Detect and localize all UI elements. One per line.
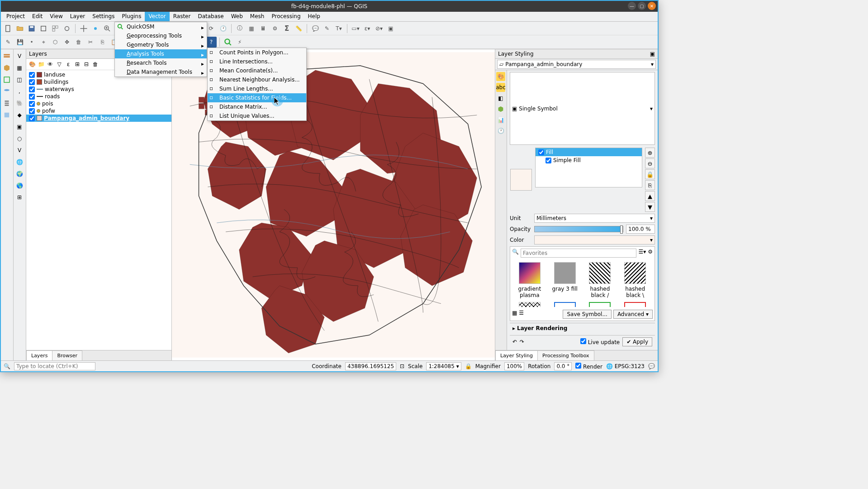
layer-visibility-checkbox[interactable]: [29, 79, 35, 85]
favorite-outline-green[interactable]: outline green: [584, 302, 616, 307]
attribute-table-icon[interactable]: ▦: [246, 23, 257, 34]
toolbox-icon[interactable]: ⚙: [270, 23, 280, 34]
text-annotation-icon[interactable]: T▾: [333, 23, 344, 34]
filter-legend-icon[interactable]: ▽: [55, 60, 63, 68]
crs-button[interactable]: 🌐 EPSG:3123: [606, 363, 645, 369]
layer-item-buildings[interactable]: buildings: [26, 78, 171, 86]
add-symbol-layer-button[interactable]: ⊕: [645, 148, 655, 158]
render-checkbox[interactable]: Render: [575, 363, 602, 370]
tab-layer-styling[interactable]: Layer Styling: [495, 350, 538, 360]
layout-manager-icon[interactable]: [50, 23, 61, 34]
locator-input[interactable]: [14, 362, 95, 370]
vector-menu-geoprocessing-tools[interactable]: Geoprocessing Tools▸: [115, 31, 207, 40]
new-geopackage-icon[interactable]: [2, 63, 12, 73]
live-update-checkbox[interactable]: Live update: [580, 338, 620, 345]
remove-layer-icon[interactable]: 🗑: [91, 60, 100, 68]
select-features-icon[interactable]: ▭▾: [350, 23, 361, 34]
fill-root-checkbox[interactable]: [538, 149, 544, 155]
open-project-icon[interactable]: [14, 23, 25, 34]
pan-to-selection-icon[interactable]: [90, 23, 101, 34]
vector-menu-research-tools[interactable]: Research Tools▸: [115, 58, 207, 67]
vertex-tool-icon[interactable]: ⬡: [50, 37, 61, 48]
manage-themes-icon[interactable]: 👁: [46, 60, 54, 68]
vector-menu-analysis-tools[interactable]: Analysis Tools▸: [115, 49, 207, 58]
menu-database[interactable]: Database: [194, 12, 227, 21]
opacity-slider[interactable]: [534, 226, 623, 232]
menu-project[interactable]: Project: [3, 12, 28, 21]
lock-scale-icon[interactable]: 🔒: [465, 363, 472, 369]
symbology-tab-icon[interactable]: 🎨: [496, 72, 505, 81]
save-symbol-button[interactable]: Save Symbol...: [563, 310, 611, 319]
extents-icon[interactable]: ⊡: [400, 363, 404, 369]
messages-icon[interactable]: 💬: [648, 363, 655, 369]
quickosm-query-icon[interactable]: ⚡: [234, 37, 245, 48]
labels-tab-icon[interactable]: abc: [496, 83, 505, 92]
new-memory-layer-icon[interactable]: [2, 110, 12, 120]
remove-symbol-layer-button[interactable]: ⊖: [645, 158, 655, 168]
diagrams-tab-icon[interactable]: 📊: [496, 115, 505, 125]
renderer-dropdown[interactable]: ▣ Single Symbol ▾: [510, 72, 655, 145]
layer-item-pois[interactable]: pois: [26, 100, 171, 107]
digitize-icon[interactable]: ⌖: [38, 37, 49, 48]
move-down-button[interactable]: ▼: [645, 202, 655, 212]
menu-web[interactable]: Web: [228, 12, 247, 21]
deselect-icon[interactable]: ⊘▾: [374, 23, 384, 34]
window-minimize-button[interactable]: —: [628, 2, 636, 10]
menu-view[interactable]: View: [46, 12, 66, 21]
add-virtual-layer-icon[interactable]: V: [14, 145, 24, 155]
lock-symbol-button[interactable]: 🔒: [645, 169, 655, 179]
new-virtual-layer-icon[interactable]: [2, 98, 12, 108]
layer-visibility-checkbox[interactable]: [29, 115, 35, 121]
zoom-in-icon[interactable]: [102, 23, 113, 34]
add-wms-icon[interactable]: 🌐: [14, 157, 24, 167]
delete-selected-icon[interactable]: 🗑: [73, 37, 84, 48]
favorite-hashed-black-X[interactable]: hashed black X: [514, 302, 545, 307]
menu-raster[interactable]: Raster: [170, 12, 194, 21]
icon-view-button[interactable]: ▦: [512, 310, 517, 319]
simple-fill-checkbox[interactable]: [545, 158, 551, 163]
layer-visibility-checkbox[interactable]: [29, 72, 35, 78]
locator-icon[interactable]: 🔍: [4, 363, 10, 369]
add-raster-layer-icon[interactable]: ▦: [14, 63, 24, 73]
move-feature-icon[interactable]: ✥: [62, 37, 72, 48]
map-tips-icon[interactable]: 💬: [310, 23, 321, 34]
layer-rendering-section[interactable]: ▸ Layer Rendering: [510, 323, 655, 333]
add-group-icon[interactable]: 📁: [37, 60, 45, 68]
favorite-outline-red[interactable]: outline red: [619, 302, 651, 307]
menu-edit[interactable]: Edit: [28, 12, 46, 21]
symbol-layer-tree[interactable]: Fill Simple Fill: [535, 148, 642, 187]
new-spatialite-icon[interactable]: [2, 86, 12, 96]
analysis-nearest-neighbour-analysis[interactable]: ▫Nearest Neighbour Analysis...: [208, 75, 306, 84]
favorite-hashed-black-\[interactable]: hashed black \: [619, 262, 651, 298]
add-oracle-icon[interactable]: ○: [14, 134, 24, 144]
new-shapefile-icon[interactable]: [2, 75, 12, 85]
add-spatialite-icon[interactable]: ◆: [14, 110, 24, 120]
history-tab-icon[interactable]: 🕐: [496, 126, 505, 135]
select-all-icon[interactable]: ▣: [385, 23, 396, 34]
add-delimited-text-icon[interactable]: ,: [14, 86, 24, 96]
add-xyz-icon[interactable]: ⊞: [14, 192, 24, 202]
expand-all-icon[interactable]: ⊞: [73, 60, 81, 68]
analysis-distance-matrix[interactable]: ▫Distance Matrix...: [208, 102, 306, 111]
cut-features-icon[interactable]: ✂: [85, 37, 96, 48]
undo-style-icon[interactable]: ↶: [512, 339, 517, 345]
favorite-outline-blue[interactable]: outline blue: [549, 302, 581, 307]
analysis-line-intersections[interactable]: ▫Line Intersections...: [208, 57, 306, 66]
coord-field[interactable]: 438896.1695125: [345, 362, 396, 370]
menu-layer[interactable]: Layer: [66, 12, 89, 21]
copy-features-icon[interactable]: ⎘: [97, 37, 108, 48]
menu-vector[interactable]: Vector: [145, 12, 169, 21]
layer-visibility-checkbox[interactable]: [29, 108, 35, 114]
favorites-search-input[interactable]: [521, 249, 636, 258]
add-mesh-layer-icon[interactable]: ◫: [14, 75, 24, 85]
menu-settings[interactable]: Settings: [89, 12, 118, 21]
color-picker[interactable]: ▾: [534, 235, 655, 244]
annotation-icon[interactable]: ✎: [322, 23, 332, 34]
collapse-all-icon[interactable]: ⊟: [82, 60, 90, 68]
layer-select-dropdown[interactable]: ▱ Pampanga_admin_boundary ▾: [497, 60, 656, 69]
scale-field[interactable]: 1:284085 ▾: [426, 362, 461, 370]
apply-button[interactable]: ✔ Apply: [622, 337, 652, 346]
open-data-source-icon[interactable]: [2, 51, 12, 61]
field-calc-icon[interactable]: 🖩: [258, 23, 269, 34]
new-print-layout-icon[interactable]: [38, 23, 49, 34]
